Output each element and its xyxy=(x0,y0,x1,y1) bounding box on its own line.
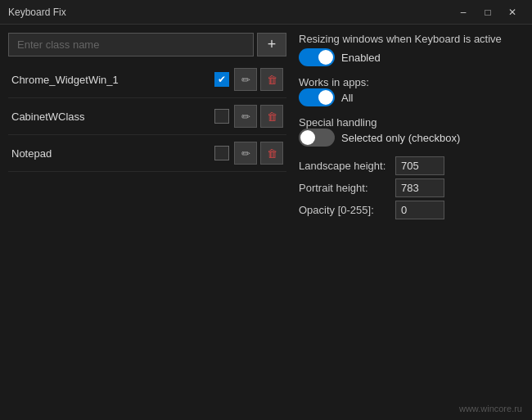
edit-icon: ✏ xyxy=(241,111,250,123)
watermark: www.wincore.ru xyxy=(459,404,522,413)
table-row: Notepad ✏ 🗑 xyxy=(8,135,286,172)
apps-toggle-row: All xyxy=(299,88,524,106)
portrait-height-input[interactable] xyxy=(395,178,444,197)
special-toggle-row: Selected only (checkbox) xyxy=(299,129,524,147)
class-actions: ✏ 🗑 xyxy=(213,105,283,128)
class-list: Chrome_WidgetWin_1 ✔ ✏ 🗑 xyxy=(8,61,286,172)
edit-icon: ✏ xyxy=(241,74,250,86)
class-name-input[interactable] xyxy=(8,33,254,56)
minimize-button[interactable]: – xyxy=(452,4,475,20)
maximize-button[interactable]: □ xyxy=(476,4,499,20)
toggle-knob xyxy=(318,50,333,65)
opacity-label: Opacity [0-255]: xyxy=(299,204,389,216)
class-name-label: Notepad xyxy=(11,147,213,160)
special-handling-section: Special handling Selected only (checkbox… xyxy=(299,116,524,148)
right-panel: Resizing windows when Keyboard is active… xyxy=(295,33,524,412)
window-title: Keyboard Fix xyxy=(8,7,66,18)
landscape-height-label: Landscape height: xyxy=(299,160,389,172)
checked-icon: ✔ xyxy=(214,72,229,87)
resize-section: Resizing windows when Keyboard is active… xyxy=(299,33,524,68)
special-handling-title: Special handling xyxy=(299,116,524,129)
class-actions: ✔ ✏ 🗑 xyxy=(213,68,283,91)
toggle-knob xyxy=(300,130,315,145)
apps-toggle[interactable] xyxy=(299,88,335,106)
delete-button-0[interactable]: 🗑 xyxy=(260,68,283,91)
unchecked-icon xyxy=(214,109,229,124)
edit-icon: ✏ xyxy=(241,147,250,160)
portrait-height-label: Portrait height: xyxy=(299,182,389,194)
class-checkbox-2[interactable] xyxy=(213,144,231,162)
special-toggle[interactable] xyxy=(299,129,335,147)
landscape-height-input[interactable] xyxy=(395,156,444,175)
works-in-apps-section: Works in apps: All xyxy=(299,76,524,108)
edit-button-1[interactable]: ✏ xyxy=(234,105,257,128)
class-checkbox-1[interactable] xyxy=(213,107,231,125)
special-label: Selected only (checkbox) xyxy=(341,132,460,144)
add-class-row: + xyxy=(8,33,286,56)
delete-icon: 🗑 xyxy=(267,111,277,123)
fields-section: Landscape height: Portrait height: Opaci… xyxy=(299,156,524,223)
main-content: + Chrome_WidgetWin_1 ✔ ✏ 🗑 xyxy=(0,25,532,420)
left-panel: + Chrome_WidgetWin_1 ✔ ✏ 🗑 xyxy=(8,33,286,412)
window-controls: – □ ✕ xyxy=(452,4,524,20)
resize-section-title: Resizing windows when Keyboard is active xyxy=(299,33,524,45)
apps-label: All xyxy=(341,92,353,104)
delete-icon: 🗑 xyxy=(267,147,277,160)
table-row: Chrome_WidgetWin_1 ✔ ✏ 🗑 xyxy=(8,61,286,98)
works-in-apps-title: Works in apps: xyxy=(299,76,524,88)
class-actions: ✏ 🗑 xyxy=(213,142,283,165)
close-button[interactable]: ✕ xyxy=(501,4,524,20)
opacity-input[interactable] xyxy=(395,201,444,219)
toggle-knob xyxy=(318,90,333,105)
portrait-height-row: Portrait height: xyxy=(299,178,524,197)
class-checkbox-0[interactable]: ✔ xyxy=(213,70,231,88)
edit-button-0[interactable]: ✏ xyxy=(234,68,257,91)
class-name-label: Chrome_WidgetWin_1 xyxy=(11,74,213,86)
enabled-label: Enabled xyxy=(341,52,381,64)
add-class-button[interactable]: + xyxy=(257,33,286,56)
class-name-label: CabinetWClass xyxy=(11,111,213,123)
enabled-toggle[interactable] xyxy=(299,48,335,66)
delete-icon: 🗑 xyxy=(267,74,277,86)
enabled-toggle-row: Enabled xyxy=(299,48,524,66)
landscape-height-row: Landscape height: xyxy=(299,156,524,175)
opacity-row: Opacity [0-255]: xyxy=(299,201,524,219)
unchecked-icon xyxy=(214,146,229,160)
edit-button-2[interactable]: ✏ xyxy=(234,142,257,165)
delete-button-1[interactable]: 🗑 xyxy=(260,105,283,128)
table-row: CabinetWClass ✏ 🗑 xyxy=(8,98,286,135)
titlebar: Keyboard Fix – □ ✕ xyxy=(0,0,532,25)
delete-button-2[interactable]: 🗑 xyxy=(260,142,283,165)
